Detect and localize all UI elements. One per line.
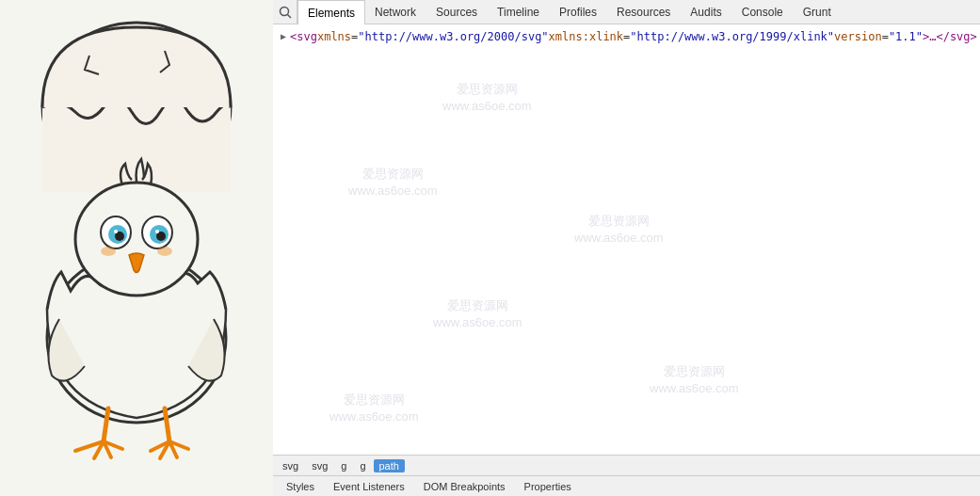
tab-network[interactable]: Network [365, 0, 426, 24]
svg-point-11 [155, 230, 159, 233]
watermark-4: 爱思资源网www.as6oe.com [433, 297, 522, 331]
breadcrumb-svg2[interactable]: svg [306, 459, 333, 472]
tag-close: >…</svg> [923, 28, 977, 45]
breadcrumb-path[interactable]: path [374, 459, 405, 472]
attr1-value: "http://www.w3.org/2000/svg" [358, 28, 548, 45]
dom-content-area[interactable]: ▶ <svg xmlns="http://www.w3.org/2000/svg… [273, 24, 980, 455]
tab-elements[interactable]: Elements [297, 0, 365, 24]
svg-point-3 [75, 183, 198, 296]
breadcrumb-g2[interactable]: g [354, 459, 371, 472]
svg-point-14 [280, 7, 288, 15]
attr3-name: version [834, 28, 882, 45]
attr2-name: xmlns:xlink [549, 28, 623, 45]
search-button[interactable] [273, 0, 297, 24]
tab-sources[interactable]: Sources [426, 0, 488, 24]
bottom-tab-event-listeners[interactable]: Event Listeners [324, 479, 414, 494]
tag-name: <svg [290, 28, 317, 45]
devtools-toolbar: Elements Network Sources Timeline Profil… [273, 0, 980, 24]
devtools-panel: Elements Network Sources Timeline Profil… [273, 0, 980, 496]
tab-audits[interactable]: Audits [681, 0, 731, 24]
watermark-3: 爱思资源网www.as6oe.com [574, 213, 664, 247]
watermark-5: 爱思资源网www.as6oe.com [650, 363, 739, 397]
attr3-value: "1.1" [889, 28, 923, 45]
breadcrumb-g1[interactable]: g [335, 459, 352, 472]
attr1-name: xmlns [317, 28, 351, 45]
tab-timeline[interactable]: Timeline [488, 0, 550, 24]
tab-resources[interactable]: Resources [607, 0, 681, 24]
svg-point-12 [101, 247, 116, 256]
watermark-2: 爱思资源网www.as6oe.com [348, 166, 438, 200]
illustration-panel [0, 0, 273, 496]
svg-point-7 [114, 230, 118, 233]
svg-point-13 [157, 247, 172, 256]
bottom-tab-dom-breakpoints[interactable]: DOM Breakpoints [414, 479, 515, 494]
dom-line: ▶ <svg xmlns="http://www.w3.org/2000/svg… [281, 28, 977, 45]
search-icon [279, 6, 292, 19]
chick-illustration [14, 18, 259, 479]
watermark-6: 爱思资源网www.as6oe.com [329, 392, 419, 425]
bottom-tab-styles[interactable]: Styles [277, 479, 324, 494]
watermark-1: 爱思资源网www.as6oe.com [442, 81, 532, 115]
tab-profiles[interactable]: Profiles [550, 0, 607, 24]
expand-arrow[interactable]: ▶ [281, 28, 286, 45]
breadcrumb-bar: svg svg g g path [273, 455, 980, 475]
bottom-tabs: Styles Event Listeners DOM Breakpoints P… [273, 475, 980, 496]
svg-line-15 [287, 14, 291, 18]
breadcrumb-svg1[interactable]: svg [277, 459, 304, 472]
tab-console[interactable]: Console [732, 0, 794, 24]
bottom-tab-properties[interactable]: Properties [515, 479, 581, 494]
attr2-value: "http://www.w3.org/1999/xlink" [630, 28, 834, 45]
tab-grunt[interactable]: Grunt [794, 0, 842, 24]
